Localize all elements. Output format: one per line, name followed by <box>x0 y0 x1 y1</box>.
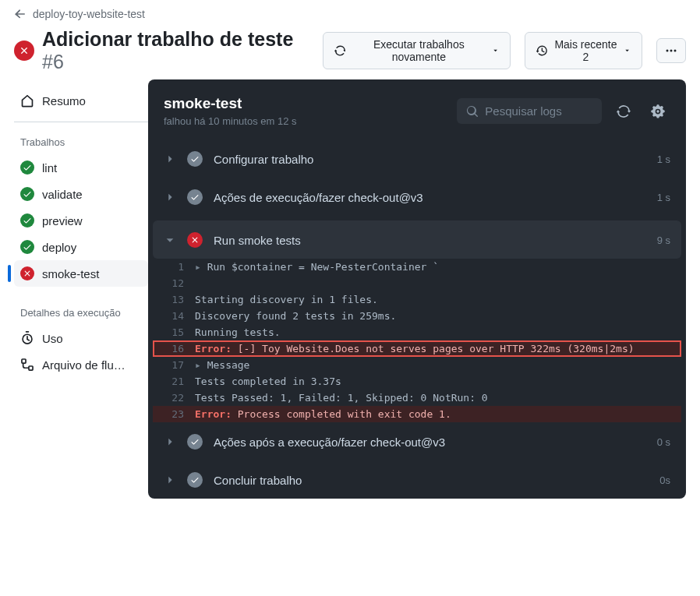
chevron-right-icon <box>164 191 176 203</box>
log-linenum: 15 <box>153 326 195 338</box>
log-line: 15Running tests. <box>153 324 681 340</box>
log-line: 23Error: Process completed with exit cod… <box>153 406 681 422</box>
log-line: 17▸ Message <box>153 357 681 373</box>
check-circle-icon <box>187 151 203 167</box>
stopwatch-icon <box>20 331 34 345</box>
log-linenum: 12 <box>153 277 195 289</box>
log-linenum: 17 <box>153 359 195 371</box>
step-row[interactable]: Configurar trabalho1 s <box>148 139 686 178</box>
svg-point-2 <box>674 50 677 52</box>
chevron-down-icon <box>164 234 176 246</box>
breadcrumb-label: deploy-toy-website-test <box>33 8 145 20</box>
log-content: Error: Process completed with exit code … <box>195 408 681 420</box>
sidebar-summary-label: Resumo <box>42 94 86 108</box>
log-linenum: 22 <box>153 392 195 404</box>
x-circle-icon <box>20 266 34 280</box>
log-linenum: 21 <box>153 376 195 387</box>
history-icon <box>536 44 548 57</box>
kebab-menu-button[interactable] <box>656 38 686 63</box>
log-content: Tests Passed: 1, Failed: 1, Skipped: 0 N… <box>195 392 681 404</box>
log-content: ▸ Message <box>195 359 681 371</box>
check-circle-icon <box>20 213 34 227</box>
caret-down-icon <box>492 47 499 55</box>
sync-icon <box>334 44 346 57</box>
sidebar-jobs-header: Trabalhos <box>14 130 148 154</box>
refresh-logs-button[interactable] <box>611 99 636 124</box>
x-circle-icon <box>187 232 203 248</box>
sidebar-usage-label: Uso <box>42 332 63 345</box>
log-linenum: 14 <box>153 310 195 322</box>
sidebar-job-preview[interactable]: preview <box>14 207 148 234</box>
check-circle-icon <box>20 160 34 175</box>
log-line: 12 <box>153 275 681 291</box>
sidebar-job-label: deploy <box>42 241 76 254</box>
run-status-fail-icon <box>14 41 34 61</box>
log-linenum: 23 <box>153 408 195 420</box>
step-row[interactable]: Concluir trabalho0s <box>148 460 686 499</box>
workflow-icon <box>20 358 34 372</box>
log-content: ▸ Run $container = New-PesterContainer ` <box>195 261 681 273</box>
job-subtitle: falhou há 10 minutos em 12 s <box>164 115 297 127</box>
kebab-horizontal-icon <box>665 44 677 57</box>
step-row[interactable]: Run smoke tests9 s <box>153 220 681 259</box>
log-content: Error: [-] Toy Website.Does not serves p… <box>195 343 681 354</box>
sidebar-job-validate[interactable]: validate <box>14 181 148 207</box>
gear-icon <box>651 104 665 118</box>
sidebar-usage[interactable]: Uso <box>14 325 148 351</box>
chevron-right-icon <box>164 436 176 448</box>
sidebar-job-label: lint <box>42 161 57 175</box>
svg-point-0 <box>666 50 669 52</box>
latest-attempt-button[interactable]: Mais recente 2 <box>525 32 642 69</box>
sidebar-details-header: Detalhes da execução <box>14 301 148 325</box>
sidebar-job-deploy[interactable]: deploy <box>14 234 148 260</box>
log-search-placeholder: Pesquisar logs <box>485 104 561 118</box>
step-name: Ações após a execução/fazer check-out@v3 <box>214 436 646 449</box>
breadcrumb-back[interactable]: deploy-toy-website-test <box>14 8 686 20</box>
job-title: smoke-test <box>164 95 297 112</box>
page-title: Adicionar trabalho de teste #6 <box>42 28 301 73</box>
log-output: 1▸ Run $container = New-PesterContainer … <box>153 259 681 422</box>
sidebar-job-lint[interactable]: lint <box>14 154 148 181</box>
caret-down-icon <box>624 47 631 55</box>
search-icon <box>466 105 479 118</box>
step-duration: 1 s <box>657 153 670 165</box>
log-line: 13Starting discovery in 1 files. <box>153 291 681 308</box>
step-name: Configurar trabalho <box>214 153 646 166</box>
log-linenum: 16 <box>153 343 195 354</box>
step-name: Run smoke tests <box>214 234 646 247</box>
step-duration: 9 s <box>657 235 670 246</box>
step-duration: 0s <box>659 474 670 486</box>
arrow-left-icon <box>14 8 27 20</box>
log-content: Discovery found 2 tests in 259ms. <box>195 310 681 322</box>
step-row[interactable]: Ações de execução/fazer check-out@v31 s <box>148 178 686 216</box>
rerun-jobs-button[interactable]: Executar trabalhos novamente <box>323 32 511 69</box>
sidebar-job-label: preview <box>42 214 83 227</box>
check-circle-icon <box>187 434 203 450</box>
log-content: Starting discovery in 1 files. <box>195 294 681 305</box>
chevron-right-icon <box>164 474 176 486</box>
check-circle-icon <box>187 189 203 205</box>
home-icon <box>20 93 34 108</box>
log-line: 14Discovery found 2 tests in 259ms. <box>153 308 681 324</box>
log-line: 21Tests completed in 3.37s <box>153 373 681 390</box>
step-duration: 0 s <box>657 436 670 448</box>
log-content <box>195 277 681 289</box>
sidebar-summary[interactable]: Resumo <box>14 87 148 114</box>
log-search-input[interactable]: Pesquisar logs <box>457 98 602 124</box>
step-row[interactable]: Ações após a execução/fazer check-out@v3… <box>148 422 686 460</box>
sidebar-workflow-file[interactable]: Arquivo de flu… <box>14 351 148 378</box>
log-settings-button[interactable] <box>645 99 670 124</box>
sidebar-job-label: validate <box>42 188 83 201</box>
check-circle-icon <box>20 240 34 254</box>
log-line: 16Error: [-] Toy Website.Does not serves… <box>153 340 681 357</box>
sync-icon <box>617 104 631 118</box>
chevron-right-icon <box>164 153 176 165</box>
step-name: Concluir trabalho <box>214 474 649 487</box>
check-circle-icon <box>20 187 34 201</box>
step-name: Ações de execução/fazer check-out@v3 <box>214 191 646 204</box>
log-linenum: 13 <box>153 294 195 305</box>
sidebar-job-smoke-test[interactable]: smoke-test <box>14 260 148 287</box>
sidebar-job-label: smoke-test <box>42 267 99 280</box>
log-line: 1▸ Run $container = New-PesterContainer … <box>153 259 681 275</box>
log-linenum: 1 <box>153 261 195 273</box>
